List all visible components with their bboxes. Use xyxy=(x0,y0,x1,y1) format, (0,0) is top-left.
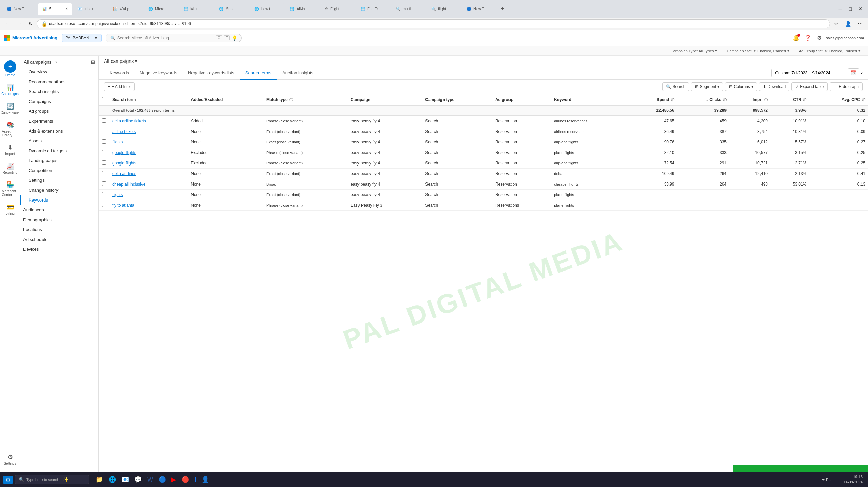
favorites-button[interactable]: ☆ xyxy=(831,20,841,28)
sidebar-item-campaigns[interactable]: Campaigns xyxy=(20,97,98,106)
row-checkbox-1[interactable] xyxy=(102,118,106,123)
maximize-button[interactable]: □ xyxy=(846,5,854,13)
sidebar-item-recommendations[interactable]: Recommendations xyxy=(20,77,98,87)
taskbar-search[interactable]: 🔍 Type here to search ✨ xyxy=(15,475,89,484)
help-icon[interactable]: ❓ xyxy=(803,33,813,42)
settings-icon[interactable]: ⚙ xyxy=(816,33,823,42)
tab-auction-insights[interactable]: Auction insights xyxy=(277,67,319,80)
date-range-picker[interactable]: 📅 ‹ xyxy=(771,68,863,77)
nav-import[interactable]: ⬇ Import xyxy=(1,140,20,159)
url-bar[interactable]: 🔒 ui.ads.microsoft.com/campaign/vnext/se… xyxy=(37,19,830,28)
ad-group-status-filter[interactable]: Ad Group Status: Enabled, Paused ▾ xyxy=(797,48,863,54)
nav-merchant[interactable]: 🏪 Merchant Center xyxy=(1,178,20,200)
campaign-type-filter[interactable]: Campaign Type: All Types ▾ xyxy=(669,48,719,54)
row-checkbox-8[interactable] xyxy=(102,192,106,196)
taskbar-edge-icon[interactable]: 🌐 xyxy=(106,474,118,485)
browser-tab-12[interactable]: 🔍 multi xyxy=(392,3,426,15)
taskbar-outlook-icon[interactable]: 📧 xyxy=(119,474,131,485)
browser-tab-9[interactable]: 🌐 All-in xyxy=(286,3,320,15)
tab-negative-keywords[interactable]: Negative keywords xyxy=(134,67,183,80)
global-search[interactable]: 🔍 G T 💡 xyxy=(106,34,242,42)
refresh-button[interactable]: ↻ xyxy=(26,20,35,28)
spend-info-icon[interactable]: ⓘ xyxy=(671,98,674,102)
browser-tab-2[interactable]: 📊 S ✕ xyxy=(38,3,72,15)
nav-create[interactable]: + Create xyxy=(1,57,20,81)
download-button[interactable]: ⬇ Download xyxy=(759,82,789,91)
row-checkbox-2[interactable] xyxy=(102,129,106,133)
date-picker-icon[interactable]: 📅 xyxy=(848,68,859,77)
avg-cpc-info-icon[interactable]: ⓘ xyxy=(862,98,865,102)
browser-tab-11[interactable]: 🌐 Fair D xyxy=(356,3,390,15)
back-button[interactable]: ← xyxy=(3,20,13,28)
browser-tab-4[interactable]: 🪟 404 p xyxy=(109,3,143,15)
sidebar-item-competition[interactable]: Competition xyxy=(20,166,98,175)
browser-tab-10[interactable]: ✈ Flight xyxy=(321,3,355,15)
tab-negative-keywords-lists[interactable]: Negative keywords lists xyxy=(183,67,240,80)
nav-library[interactable]: 📚 Asset Library xyxy=(1,118,20,140)
new-tab-button[interactable]: + xyxy=(498,4,507,14)
global-search-input[interactable] xyxy=(117,36,214,40)
browser-tab-8[interactable]: 🌐 how t xyxy=(250,3,284,15)
row-checkbox-4[interactable] xyxy=(102,150,106,154)
browser-tab-3[interactable]: 📧 Inbox xyxy=(73,3,107,15)
tab-search-terms[interactable]: Search terms xyxy=(240,67,277,80)
sidebar-item-locations[interactable]: Locations xyxy=(20,225,98,234)
account-selector[interactable]: PALBABBAN... ▼ xyxy=(62,34,102,42)
close-button[interactable]: ✕ xyxy=(856,5,865,13)
campaign-status-filter[interactable]: Campaign Status: Enabled, Paused ▾ xyxy=(724,48,791,54)
taskbar-word-icon[interactable]: W xyxy=(145,475,155,485)
sidebar-item-ad-groups[interactable]: Ad groups xyxy=(20,106,98,116)
search-button[interactable]: 🔍 Search xyxy=(662,82,689,91)
sidebar-item-audiences[interactable]: Audiences xyxy=(20,205,98,215)
sidebar-item-assets[interactable]: Assets xyxy=(20,136,98,146)
expand-table-button[interactable]: ⤢ Expand table xyxy=(791,82,828,91)
taskbar-explorer-icon[interactable]: 📁 xyxy=(94,474,105,485)
taskbar-user-icon[interactable]: 👤 xyxy=(200,474,211,485)
taskbar-chrome-icon[interactable]: 🔵 xyxy=(156,474,168,485)
forward-button[interactable]: → xyxy=(14,20,24,28)
hide-graph-button[interactable]: — Hide graph xyxy=(830,82,863,91)
sidebar-all-campaigns[interactable]: All campaigns ▾ ⊞ xyxy=(20,57,98,67)
taskbar-teams-icon[interactable]: 💬 xyxy=(132,474,144,485)
sidebar-item-ads-extensions[interactable]: Ads & extensions xyxy=(20,126,98,136)
sidebar-item-landing-pages[interactable]: Landing pages xyxy=(20,156,98,166)
extensions-button[interactable]: ⋯ xyxy=(855,20,865,28)
sidebar-item-keywords[interactable]: Keywords xyxy=(20,195,98,205)
minimize-button[interactable]: ─ xyxy=(836,5,845,13)
columns-button[interactable]: ⊟ Columns ▾ xyxy=(725,82,757,91)
sidebar-item-settings[interactable]: Settings xyxy=(20,175,98,185)
impr-info-icon[interactable]: ⓘ xyxy=(764,98,768,102)
sidebar-item-devices[interactable]: Devices xyxy=(20,244,98,254)
tab-close-icon[interactable]: ✕ xyxy=(65,7,68,11)
sidebar-item-experiments[interactable]: Experiments xyxy=(20,116,98,126)
browser-tab-13[interactable]: 🔍 flight xyxy=(427,3,461,15)
tab-keywords[interactable]: Keywords xyxy=(104,67,134,80)
row-checkbox-7[interactable] xyxy=(102,181,106,186)
taskbar-chrome2-icon[interactable]: 🔴 xyxy=(180,474,191,485)
row-checkbox-3[interactable] xyxy=(102,139,106,144)
nav-campaigns[interactable]: 📊 Campaigns xyxy=(1,81,20,99)
browser-tab-1[interactable]: 🔵 New T xyxy=(3,3,37,15)
notification-icon[interactable]: 🔔 xyxy=(791,33,801,42)
browser-tab-14[interactable]: 🔵 New T xyxy=(463,3,497,15)
match-type-info-icon[interactable]: ⓘ xyxy=(289,98,293,102)
sidebar-item-demographics[interactable]: Demographics xyxy=(20,215,98,225)
sidebar-item-change-history[interactable]: Change history xyxy=(20,185,98,195)
col-clicks[interactable]: ↓ Clicks ⓘ xyxy=(677,94,729,105)
sidebar-item-overview[interactable]: Overview xyxy=(20,67,98,77)
clicks-info-icon[interactable]: ⓘ xyxy=(723,98,727,102)
ask-ai-icon[interactable]: 💡 xyxy=(232,35,237,41)
add-filter-button[interactable]: + + Add filter xyxy=(104,82,135,91)
row-checkbox-5[interactable] xyxy=(102,160,106,165)
browser-tab-5[interactable]: 🌐 Micro xyxy=(144,3,178,15)
sidebar-item-search-insights[interactable]: Search insights xyxy=(20,87,98,97)
sidebar-expand-icon[interactable]: ⊞ xyxy=(91,59,95,65)
date-back-icon[interactable]: ‹ xyxy=(861,70,863,76)
select-all-header[interactable] xyxy=(99,94,110,105)
sidebar-item-ad-schedule[interactable]: Ad schedule xyxy=(20,234,98,244)
row-checkbox-6[interactable] xyxy=(102,171,106,175)
profile-button[interactable]: 👤 xyxy=(842,20,854,28)
segment-button[interactable]: ⊞ Segment ▾ xyxy=(691,82,723,91)
select-all-checkbox[interactable] xyxy=(102,97,106,101)
start-button[interactable]: ⊞ xyxy=(3,476,13,484)
